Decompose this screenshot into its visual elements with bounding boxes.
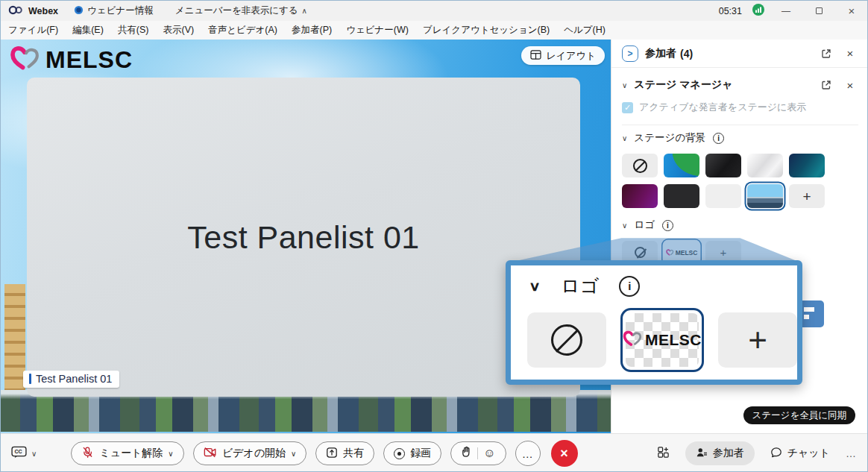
panelist-video-tile[interactable]: Test Panelist 01 [27, 78, 580, 397]
panelist-display-name: Test Panelist 01 [187, 219, 420, 256]
background-thumbnail-light[interactable] [705, 184, 741, 208]
city-building-decoration [4, 284, 25, 396]
background-thumbnail-city-selected[interactable] [747, 184, 783, 208]
no-background-icon [633, 159, 647, 173]
background-thumbnail-purple[interactable] [622, 184, 658, 208]
menu-share[interactable]: 共有(S) [118, 24, 149, 37]
webex-window: Webex ウェビナー情報 メニューバーを非表示にする ∧ 05:31 — × … [0, 0, 868, 472]
magnified-logo-header: ∨ ロゴ i [529, 274, 797, 298]
camera-off-icon [204, 447, 217, 460]
magnified-logo-title: ロゴ [561, 274, 599, 298]
chevron-down-icon[interactable]: ∨ [31, 450, 37, 458]
close-window-button[interactable]: × [840, 1, 863, 21]
info-icon[interactable]: i [619, 276, 640, 297]
maximize-button[interactable] [808, 1, 830, 21]
app-title: Webex [28, 6, 58, 16]
magnified-logo-thumbnails: MELSC + [527, 308, 797, 372]
menu-file[interactable]: ファイル(F) [8, 24, 58, 37]
popout-panel-icon[interactable] [818, 45, 834, 62]
chevron-down-icon[interactable]: ∨ [168, 450, 173, 458]
webinar-info-button[interactable]: ウェビナー情報 [74, 4, 154, 17]
webex-logo-icon [8, 5, 23, 17]
add-background-button[interactable]: + [789, 184, 825, 208]
chevron-down-icon[interactable]: ∨ [529, 278, 541, 294]
menu-audio-video[interactable]: 音声とビデオ(A) [208, 24, 277, 37]
menu-breakout[interactable]: ブレイクアウトセッション(B) [423, 24, 550, 37]
stage-brand-text: MELSC [45, 46, 133, 74]
sync-stage-button[interactable]: ステージを全員に同期 [743, 406, 855, 424]
chevron-down-icon[interactable]: ∨ [622, 134, 627, 142]
apps-icon[interactable] [657, 446, 670, 462]
stage-manager-title: ステージ マネージャ [634, 78, 732, 92]
leave-meeting-button[interactable]: × [551, 440, 578, 467]
hide-menubar-button[interactable]: メニューバーを非表示にする ∧ [175, 4, 307, 17]
active-speaker-label: アクティブな発言者をステージに表示 [639, 101, 806, 114]
control-toolbar: CC ∨ ミュート解除 ∨ ビデオの開始 ∨ 共有 録画 [1, 433, 867, 472]
collapse-panel-button[interactable]: > [622, 45, 638, 62]
magnified-logo-brand-text: MELSC [645, 331, 702, 349]
mic-muted-icon [81, 446, 94, 461]
chevron-up-icon: ∧ [302, 7, 307, 15]
speaker-indicator-bar [29, 374, 31, 384]
titlebar: Webex ウェビナー情報 メニューバーを非表示にする ∧ 05:31 — × [1, 1, 867, 21]
menu-view[interactable]: 表示(V) [163, 24, 194, 37]
participants-toggle-button[interactable]: 参加者 [685, 441, 755, 465]
menu-participants[interactable]: 参加者(P) [292, 24, 332, 37]
raise-hand-icon[interactable] [461, 446, 472, 461]
share-button[interactable]: 共有 [315, 441, 374, 465]
magnified-logo-thumbnail-none[interactable] [527, 312, 606, 368]
start-video-button[interactable]: ビデオの開始 ∨ [193, 441, 307, 465]
chevron-down-icon[interactable]: ∨ [622, 221, 627, 230]
background-thumbnail-teal[interactable] [789, 154, 825, 177]
connection-quality-icon[interactable] [752, 4, 764, 18]
svg-text:CC: CC [14, 449, 22, 455]
shield-icon [74, 5, 84, 17]
maximize-icon [816, 7, 823, 14]
chevron-down-icon[interactable]: ∨ [291, 450, 296, 458]
info-icon[interactable]: i [713, 133, 724, 144]
unmute-button[interactable]: ミュート解除 ∨ [71, 441, 183, 465]
participants-panel-header: > 参加者 (4) × [611, 40, 868, 68]
layout-grid-icon [530, 50, 541, 62]
participants-count: (4) [680, 48, 693, 60]
share-screen-icon [326, 447, 338, 461]
menu-help[interactable]: ヘルプ(H) [564, 24, 606, 37]
active-speaker-option: ✓ アクティブな発言者をステージに表示 [611, 96, 868, 117]
reactions-smiley-icon[interactable]: ☺ [483, 447, 495, 459]
background-thumbnail-charcoal[interactable] [664, 184, 699, 208]
stage-background-header: ∨ ステージの背景 i [611, 127, 868, 149]
record-icon [394, 448, 405, 459]
background-thumbnail-none[interactable] [622, 154, 658, 177]
popout-stage-manager-icon[interactable] [818, 77, 834, 93]
chat-toggle-button[interactable]: チャット [770, 447, 830, 461]
no-logo-icon [551, 324, 582, 356]
close-stage-manager-icon[interactable]: × [842, 77, 858, 93]
chevron-down-icon[interactable]: ∨ [622, 81, 627, 89]
magnified-logo-thumbnail-melsc-selected[interactable]: MELSC [620, 308, 704, 372]
logo-section-magnifier: ∨ ロゴ i MELSC + [506, 260, 802, 385]
plus-icon: + [802, 189, 811, 204]
stage-manager-header: ∨ ステージ マネージャ × [611, 74, 868, 96]
close-panel-icon[interactable]: × [842, 45, 858, 62]
checkbox-checked-icon[interactable]: ✓ [622, 102, 633, 113]
melsc-heart-icon [623, 330, 643, 350]
magnified-add-logo-button[interactable]: + [718, 312, 797, 368]
stage-background-title: ステージの背景 [634, 131, 705, 145]
reactions-button[interactable]: ☺ [450, 441, 506, 465]
info-icon[interactable]: i [662, 220, 673, 231]
minimize-button[interactable]: — [775, 1, 797, 21]
background-thumbnail-dark[interactable] [705, 154, 741, 177]
captions-button[interactable]: CC ∨ [11, 446, 37, 462]
stage-logo: MELSC [10, 45, 133, 74]
logo-section-header: ∨ ロゴ i [611, 214, 868, 236]
chat-bubble-icon [770, 447, 782, 461]
menu-webinar[interactable]: ウェビナー(W) [346, 24, 409, 37]
panel-more-options-button[interactable]: … [846, 447, 857, 459]
menu-edit[interactable]: 編集(E) [72, 24, 104, 37]
record-button[interactable]: 録画 [383, 441, 441, 465]
more-options-button[interactable]: … [515, 441, 541, 466]
background-thumbnail-blue-green[interactable] [664, 154, 699, 177]
background-thumbnail-silver[interactable] [747, 154, 783, 177]
layout-button[interactable]: レイアウト [521, 46, 605, 65]
panelist-name-badge: Test Panelist 01 [23, 371, 119, 388]
